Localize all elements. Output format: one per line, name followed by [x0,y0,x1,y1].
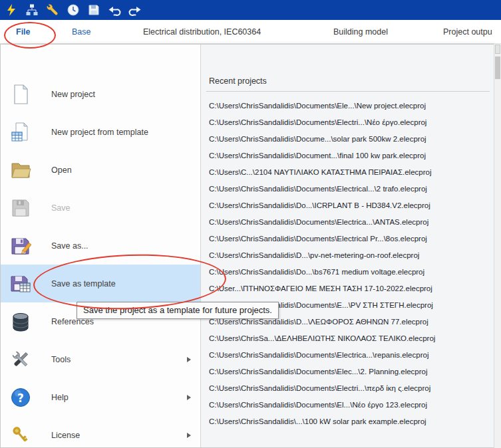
tools-icon [10,349,31,370]
tab-base[interactable]: Base [67,20,96,44]
svg-text:?: ? [17,392,24,405]
recent-projects-panel: Recent projects C:\Users\ChrisSandalidis… [200,45,494,447]
menu-item-label: Help [51,393,69,402]
project-schema-icon[interactable] [25,3,39,17]
recent-project-link[interactable]: C:\Users\ChrisSandalidis\Documents\El...… [209,397,492,413]
recent-project-link[interactable]: C:\User...\ΠΤΗΝΟΣΦΑΓΕΙΟ ΜΕ ΜΕΣΗ ΤΑΣΗ 17-… [209,280,492,297]
open-folder-icon [10,160,31,181]
tab-building-model[interactable]: Building model [328,20,393,44]
ribbon-tabbar: File Base Electrical distribution, IEC60… [0,20,501,44]
menu-item-new-project-from-template[interactable]: New project from template [1,113,200,151]
menu-item-label: License [51,431,80,440]
recent-project-link[interactable]: C:\Users\ChrisSandalidis\Documents\Elect… [209,214,492,231]
new-project-from-template-icon [10,122,31,143]
wrench-icon[interactable] [46,3,59,17]
submenu-arrow-icon [187,433,191,438]
recent-project-link[interactable]: C:\Users\C...\2104 ΝΑΥΤΙΛΙΑΚΟ ΚΑΤΑΣΤΗΜΑ … [209,164,492,181]
recent-project-link[interactable]: C:\Users\ChrisSandalidis\Documents\Elect… [209,114,492,131]
references-database-icon [10,311,31,332]
recent-project-link[interactable]: C:\Users\ChrisSa...\ΔΕΛΗΒΕΛΙΩΤΗΣ ΝΙΚΟΛΑΟ… [209,330,492,347]
menu-item-label: Tools [51,355,71,364]
vertical-scrollbar[interactable] [494,44,501,448]
redo-icon[interactable] [128,3,142,17]
menu-item-open[interactable]: Open [1,151,200,189]
clock-icon[interactable] [67,3,80,17]
menu-item-save-as[interactable]: Save as... [1,227,200,265]
save-icon [10,197,31,219]
quick-save-icon[interactable] [87,3,100,17]
menu-item-help[interactable]: ? Help [1,378,200,416]
titlebar [0,0,501,20]
app-window: File Base Electrical distribution, IEC60… [0,0,501,448]
recent-projects-header: Recent projects [209,76,267,86]
scrollbar-up-button[interactable] [495,45,500,54]
tab-file[interactable]: File [11,20,36,44]
recent-project-link[interactable]: C:\Users\ChrisSandalidis\D...\pv-net-met… [209,247,492,264]
submenu-arrow-icon [187,357,191,362]
file-menu-dropdown: New project New project from template Op… [0,44,494,448]
submenu-arrow-icon [187,395,191,400]
tab-project-output[interactable]: Project outpu [438,20,498,44]
recent-projects-divider [206,91,490,92]
save-as-template-icon [10,273,31,294]
save-as-icon [10,235,31,257]
menu-item-label: New project from template [51,128,148,137]
new-project-icon [10,84,31,105]
menu-item-save-as-template[interactable]: Save as template [1,265,200,302]
file-menu-list: New project New project from template Op… [1,75,200,448]
recent-projects-list: C:\Users\ChrisSandalidis\Documents\Ele..… [209,98,492,430]
undo-icon[interactable] [108,3,121,17]
app-logo-bolt-icon [5,3,18,17]
recent-project-link[interactable]: C:\Users\ChrisSandalidis\Documents\Elect… [209,347,492,364]
tab-electrical-distribution[interactable]: Electrical distribution, IEC60364 [138,20,266,44]
tooltip: Save the project as a template for futur… [77,302,279,319]
help-icon: ? [10,387,31,408]
menu-item-license[interactable]: License [1,416,200,448]
menu-item-label: Save as... [51,241,88,251]
license-key-icon [10,425,31,446]
recent-project-link[interactable]: C:\Users\ChrisSandalidis\Docume...\solar… [209,131,492,148]
recent-project-link[interactable]: C:\Users\ChrisSandalidis\Documents\Elect… [209,380,492,397]
menu-item-label: Open [51,166,72,175]
recent-project-link[interactable]: C:\Users\ChrisSandalidis\Documents\Ele..… [209,98,492,114]
menu-item-label: Save as template [51,279,116,288]
recent-project-link[interactable]: C:\Users\ChrisSandalidis\Documents\Elec.… [209,364,492,380]
menu-item-label: Save [51,203,71,213]
scrollbar-thumb[interactable] [495,56,500,79]
recent-project-link[interactable]: C:\Users\ChrisSandalidis\Documents\Elect… [209,181,492,197]
recent-project-link[interactable]: C:\Users\ChrisSandalidis\Documents\Elect… [209,231,492,247]
menu-item-label: New project [51,90,95,99]
menu-item-tools[interactable]: Tools [1,340,200,378]
menu-item-save: Save [1,189,200,227]
recent-project-link[interactable]: C:\Users\ChrisSandalidis\Document...\fin… [209,148,492,164]
recent-project-link[interactable]: C:\Users\ChrisSandalidis\Do...\bs7671 me… [209,264,492,280]
menu-item-new-project[interactable]: New project [1,75,200,113]
recent-project-link[interactable]: C:\Users\ChrisSandalidis\...\100 kW sola… [209,413,492,430]
recent-project-link[interactable]: C:\Users\ChrisSandalidis\Do...\ICRPLANT … [209,197,492,214]
